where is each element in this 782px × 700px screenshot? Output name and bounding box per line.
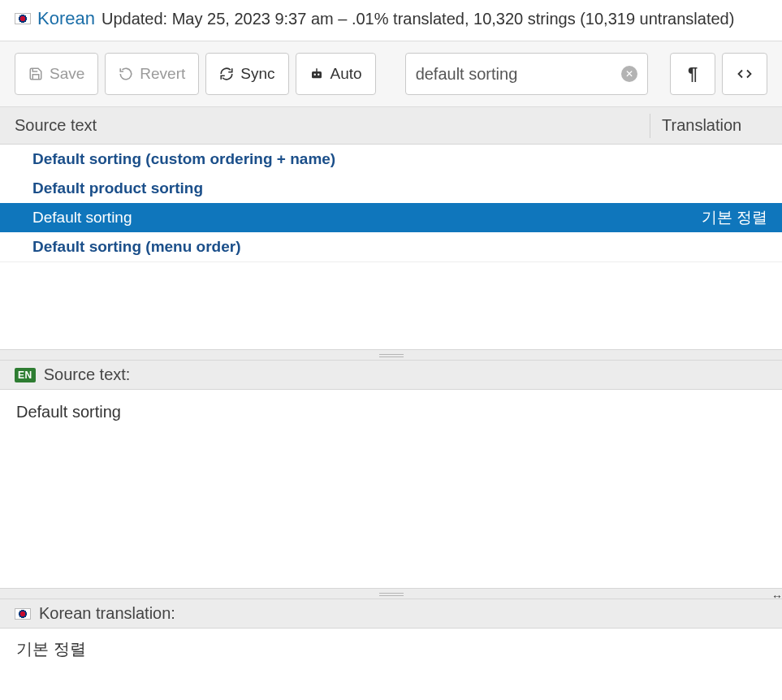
locale-meta: Updated: May 25, 2023 9:37 am – .01% tra… (102, 10, 734, 28)
locale-header: Korean Updated: May 25, 2023 9:37 am – .… (0, 0, 782, 41)
translation-pane-header: Korean translation: (0, 599, 782, 629)
row-translation-text: 기본 정렬 (654, 207, 767, 228)
svg-rect-3 (316, 68, 318, 71)
search-input[interactable] (416, 65, 621, 84)
search-field[interactable]: ✕ (405, 53, 648, 95)
source-lang-badge: EN (15, 368, 36, 382)
auto-label: Auto (331, 65, 362, 83)
save-label: Save (50, 65, 84, 83)
translation-text-value: 기본 정렬 (16, 640, 86, 658)
sync-icon (219, 67, 234, 81)
source-column-label: Source text (15, 116, 650, 135)
revert-label: Revert (140, 65, 185, 83)
translation-pane-body[interactable]: 기본 정렬 (0, 629, 782, 672)
horizontal-splitter-2[interactable]: ↔ (0, 588, 782, 599)
translation-column-label: Translation (662, 116, 767, 135)
row-source-text: Default product sorting (32, 179, 654, 197)
toggle-invisibles-button[interactable]: ¶ (670, 53, 715, 95)
toolbar: Save Revert Sync Auto ✕ ¶ (0, 41, 782, 107)
svg-point-2 (318, 74, 319, 76)
string-row[interactable]: Default sorting (custom ordering + name) (0, 145, 782, 174)
svg-rect-0 (312, 71, 322, 78)
source-pane-header: EN Source text: (0, 361, 782, 390)
revert-icon (119, 67, 133, 81)
korea-flag-icon (15, 13, 31, 24)
save-button[interactable]: Save (15, 53, 98, 95)
source-pane-body: Default sorting (0, 390, 782, 588)
strings-list: Default sorting (custom ordering + name)… (0, 145, 782, 261)
clear-search-icon[interactable]: ✕ (621, 66, 637, 82)
svg-point-1 (313, 74, 315, 76)
save-icon (28, 67, 43, 81)
string-row[interactable]: Default sorting (menu order) (0, 232, 782, 261)
row-source-text: Default sorting (custom ordering + name) (32, 150, 654, 168)
string-row[interactable]: Default product sorting (0, 174, 782, 203)
columns-header: Source text Translation (0, 107, 782, 145)
row-source-text: Default sorting (32, 209, 654, 227)
locale-name: Korean (37, 8, 95, 29)
string-row[interactable]: Default sorting기본 정렬 (0, 203, 782, 232)
resize-handle-icon[interactable]: ↔ (771, 590, 780, 603)
pilcrow-icon: ¶ (688, 63, 698, 84)
code-icon (736, 67, 754, 81)
sync-button[interactable]: Sync (205, 53, 288, 95)
auto-button[interactable]: Auto (296, 53, 376, 95)
korea-flag-icon (15, 608, 31, 620)
row-source-text: Default sorting (menu order) (32, 238, 654, 256)
list-empty-area (0, 261, 782, 349)
robot-icon (309, 67, 324, 81)
sync-label: Sync (240, 65, 274, 83)
translation-pane-label: Korean translation: (39, 604, 175, 623)
column-divider[interactable] (650, 114, 650, 138)
horizontal-splitter[interactable] (0, 349, 782, 361)
revert-button[interactable]: Revert (105, 53, 199, 95)
source-text-value: Default sorting (16, 403, 121, 421)
source-pane-label: Source text: (44, 365, 131, 384)
toggle-code-view-button[interactable] (722, 53, 767, 95)
